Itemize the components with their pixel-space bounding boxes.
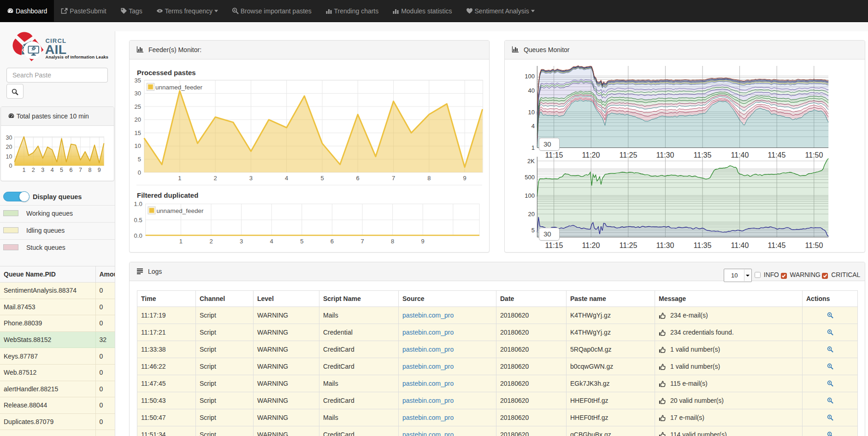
svg-text:3: 3 [41,167,44,173]
svg-text:4: 4 [531,123,535,130]
svg-text:2: 2 [209,238,213,245]
svg-text:30: 30 [6,135,12,141]
svg-text:2K: 2K [527,158,535,165]
svg-text:5: 5 [300,238,303,245]
svg-text:500: 500 [525,174,535,181]
svg-text:1: 1 [22,167,25,173]
svg-text:10: 10 [135,142,141,149]
svg-text:5: 5 [138,156,141,163]
svg-text:3: 3 [240,238,243,245]
svg-text:8: 8 [88,167,91,173]
svg-text:20: 20 [135,116,141,123]
svg-text:6: 6 [331,238,334,245]
svg-text:5: 5 [320,175,324,182]
svg-text:3: 3 [249,175,253,182]
svg-text:11:40: 11:40 [731,242,749,249]
svg-text:9: 9 [98,167,101,173]
svg-text:11:20: 11:20 [582,242,600,249]
svg-text:Analysis of Information Leaks: Analysis of Information Leaks [46,55,109,59]
svg-text:11:15: 11:15 [545,242,563,249]
svg-text:6: 6 [356,175,360,182]
svg-text:0.0: 0.0 [134,232,142,239]
svg-text:20: 20 [528,211,535,218]
svg-text:2: 2 [213,175,217,182]
svg-text:6: 6 [70,167,73,173]
svg-text:25: 25 [135,103,141,110]
svg-text:0.5: 0.5 [134,217,142,224]
svg-text:1: 1 [179,238,183,245]
svg-text:11:35: 11:35 [694,242,712,249]
svg-text:2: 2 [32,167,35,173]
svg-text:0: 0 [9,163,12,169]
svg-text:100: 100 [525,192,535,199]
svg-text:8: 8 [427,175,431,182]
svg-text:15: 15 [135,130,141,136]
svg-text:0: 0 [138,169,141,176]
svg-text:1.0: 1.0 [134,200,142,207]
svg-text:100: 100 [525,73,535,80]
svg-text:11:30: 11:30 [656,242,674,249]
svg-text:1: 1 [178,175,181,182]
svg-text:11:50: 11:50 [805,242,823,249]
svg-text:7: 7 [392,175,395,182]
svg-text:10: 10 [528,109,535,116]
svg-text:4: 4 [51,167,54,173]
svg-text:unnamed_feeder: unnamed_feeder [155,84,203,91]
svg-text:7: 7 [360,238,364,245]
svg-text:10: 10 [6,153,12,160]
svg-text:8: 8 [391,238,394,245]
svg-text:35: 35 [135,77,141,84]
svg-text:11:25: 11:25 [620,242,638,249]
svg-text:5: 5 [60,167,63,173]
svg-text:20: 20 [6,144,12,150]
svg-text:30: 30 [135,90,141,97]
svg-text:11:45: 11:45 [768,242,786,249]
svg-text:40: 40 [528,87,535,94]
svg-text:9: 9 [463,175,466,182]
svg-text:unnamed_feeder: unnamed_feeder [157,207,204,214]
svg-text:7: 7 [79,167,82,173]
svg-text:5: 5 [531,227,535,234]
svg-text:1: 1 [531,144,535,151]
svg-text:9: 9 [421,238,425,245]
svg-text:4: 4 [270,238,273,245]
svg-text:4: 4 [285,175,288,182]
